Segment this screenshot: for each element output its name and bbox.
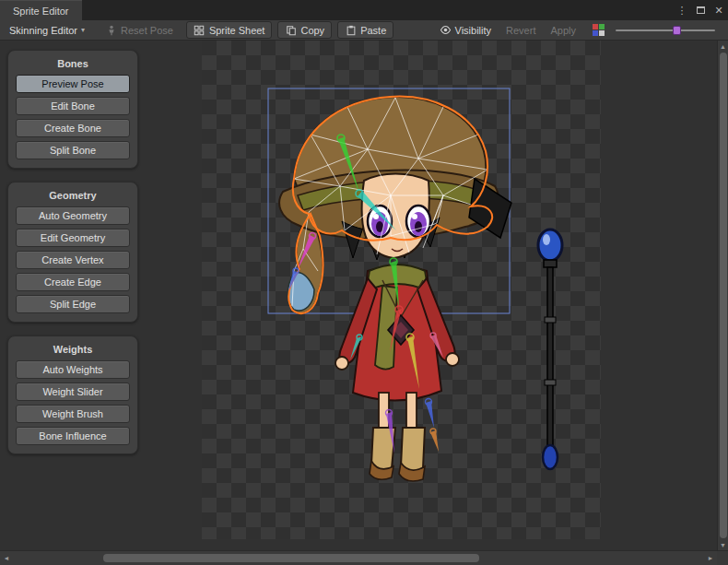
edit-bone-button[interactable]: Edit Bone xyxy=(16,97,130,115)
reset-pose-button[interactable]: Reset Pose xyxy=(98,21,181,39)
paste-label: Paste xyxy=(360,25,386,36)
workspace: Bones Preview Pose Edit Bone Create Bone… xyxy=(0,41,717,550)
left-hand xyxy=(335,357,348,370)
create-vertex-button[interactable]: Create Vertex xyxy=(16,251,130,269)
title-bar: Sprite Editor ⋮ ✕ xyxy=(0,0,728,20)
reset-pose-label: Reset Pose xyxy=(121,25,173,36)
toolbar: Skinning Editor ▾ Reset Pose Sprite Shee… xyxy=(0,20,728,41)
channel-green xyxy=(599,24,605,29)
bones-panel-title: Bones xyxy=(16,54,130,75)
zoom-slider-handle[interactable] xyxy=(673,26,681,35)
weights-panel: Weights Auto Weights Weight Slider Weigh… xyxy=(7,335,138,454)
tab-title: Sprite Editor xyxy=(13,6,69,17)
bone-influence-button[interactable]: Bone Influence xyxy=(16,427,130,445)
scroll-left-icon[interactable]: ◄ xyxy=(0,555,13,561)
scroll-up-icon[interactable]: ▲ xyxy=(720,41,726,52)
staff-rod xyxy=(547,267,553,448)
paste-icon xyxy=(345,24,357,36)
main-area: Bones Preview Pose Edit Bone Create Bone… xyxy=(0,41,728,550)
reset-pose-icon xyxy=(105,24,117,36)
right-boot xyxy=(401,428,425,472)
auto-geometry-button[interactable]: Auto Geometry xyxy=(16,206,130,225)
geometry-panel: Geometry Auto Geometry Edit Geometry Cre… xyxy=(7,182,138,323)
channel-blue xyxy=(593,30,598,36)
bone[interactable] xyxy=(430,429,439,452)
weight-brush-button[interactable]: Weight Brush xyxy=(16,405,130,423)
tool-panels: Bones Preview Pose Edit Bone Create Bone… xyxy=(7,50,138,454)
zoom-slider[interactable] xyxy=(616,24,715,37)
split-bone-button[interactable]: Split Bone xyxy=(16,141,130,159)
edit-geometry-button[interactable]: Edit Geometry xyxy=(16,229,130,247)
weight-slider-button[interactable]: Weight Slider xyxy=(16,383,130,401)
chevron-down-icon: ▾ xyxy=(81,26,85,34)
scroll-down-icon[interactable]: ▼ xyxy=(720,539,726,550)
bone[interactable] xyxy=(426,399,435,429)
create-edge-button[interactable]: Create Edge xyxy=(16,273,130,291)
horizontal-scrollbar-track[interactable] xyxy=(13,551,704,565)
channel-alpha xyxy=(599,30,605,36)
maximize-glyph xyxy=(697,6,705,14)
vertical-scrollbar-thumb[interactable] xyxy=(720,53,727,538)
staff-sprite[interactable] xyxy=(538,230,562,469)
titlebar-spacer xyxy=(82,0,673,20)
mode-dropdown-label: Skinning Editor xyxy=(9,25,77,36)
right-hand xyxy=(446,353,459,366)
eye-icon xyxy=(440,24,452,36)
staff-orb xyxy=(538,230,562,261)
staff-band-2 xyxy=(545,380,556,385)
visibility-button[interactable]: Visibility xyxy=(432,21,499,39)
geometry-panel-title: Geometry xyxy=(16,186,130,206)
maximize-icon[interactable] xyxy=(691,0,710,20)
tab-sprite-editor[interactable]: Sprite Editor xyxy=(0,0,82,20)
copy-icon xyxy=(285,24,297,36)
staff-band-1 xyxy=(545,317,556,323)
right-eye xyxy=(406,206,430,237)
scrollbar-corner xyxy=(717,551,728,565)
weights-panel-title: Weights xyxy=(16,340,130,360)
scroll-right-icon[interactable]: ► xyxy=(704,555,717,561)
copy-label: Copy xyxy=(300,25,324,36)
split-edge-button[interactable]: Split Edge xyxy=(16,295,130,313)
apply-button[interactable]: Apply xyxy=(543,23,583,38)
mode-dropdown[interactable]: Skinning Editor ▾ xyxy=(4,23,92,38)
sprite-sheet-button[interactable]: Sprite Sheet xyxy=(186,21,273,39)
color-channels-icon[interactable] xyxy=(593,24,605,36)
staff-gem xyxy=(543,445,558,469)
paste-button[interactable]: Paste xyxy=(337,21,393,39)
zoom-slider-track xyxy=(616,29,715,31)
staff-orb-highlight xyxy=(543,234,550,245)
toolbar-right: Visibility Revert Apply xyxy=(427,21,724,39)
copy-button[interactable]: Copy xyxy=(277,21,332,39)
revert-button[interactable]: Revert xyxy=(499,23,543,38)
vertical-scrollbar[interactable]: ▲ ▼ xyxy=(717,41,728,550)
create-bone-button[interactable]: Create Bone xyxy=(16,119,130,137)
close-icon[interactable]: ✕ xyxy=(710,0,728,20)
sprite-canvas[interactable] xyxy=(202,41,601,539)
auto-weights-button[interactable]: Auto Weights xyxy=(16,360,130,379)
bones-panel: Bones Preview Pose Edit Bone Create Bone… xyxy=(7,50,138,169)
visibility-label: Visibility xyxy=(455,25,492,36)
horizontal-scrollbar[interactable]: ◄ ► xyxy=(0,550,728,565)
window-menu-icon[interactable]: ⋮ xyxy=(673,0,691,20)
sprite-editor-window: Sprite Editor ⋮ ✕ Skinning Editor ▾ Rese… xyxy=(0,0,728,565)
sprite-sheet-label: Sprite Sheet xyxy=(209,25,265,36)
sprite-sheet-icon xyxy=(194,24,205,36)
horizontal-scrollbar-thumb[interactable] xyxy=(103,554,479,562)
preview-pose-button[interactable]: Preview Pose xyxy=(16,75,130,93)
staff-collar xyxy=(544,260,557,267)
channel-red xyxy=(593,24,598,29)
